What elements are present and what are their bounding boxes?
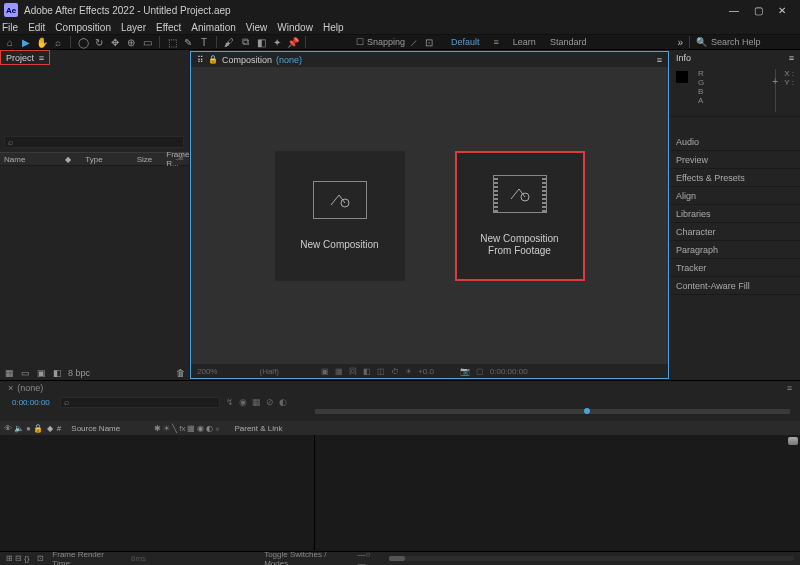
zoom-level[interactable]: 200% [197,367,217,376]
solo-column-icon[interactable]: ● [26,424,31,433]
lock-column-icon[interactable]: 🔒 [33,424,43,433]
new-composition-button[interactable]: New Composition [275,151,405,281]
timeline-track-area[interactable] [315,435,800,551]
menu-effect[interactable]: Effect [156,22,181,33]
region-icon[interactable]: ◫ [377,367,385,376]
exposure-icon[interactable]: ☀ [405,367,412,376]
workspace-standard[interactable]: Standard [550,37,587,47]
snap-opt2-icon[interactable]: ⊡ [423,36,435,48]
panel-menu-icon[interactable]: ≡ [789,53,794,63]
new-folder-icon[interactable]: ▭ [20,368,30,378]
panel-effects-presets[interactable]: Effects & Presets [670,169,800,187]
menu-view[interactable]: View [246,22,268,33]
menu-edit[interactable]: Edit [28,22,45,33]
timeline-close-icon[interactable]: × [8,383,13,393]
collapse-icon[interactable]: ☀ [163,424,170,433]
mask-tool-icon[interactable]: ⬚ [166,36,178,48]
timeline-search-input[interactable]: ⌕ [60,397,220,408]
eraser-tool-icon[interactable]: ◧ [255,36,267,48]
panel-align[interactable]: Align [670,187,800,205]
pan-behind-tool-icon[interactable]: ✥ [109,36,121,48]
close-button[interactable]: ✕ [776,5,788,16]
grid-icon[interactable]: ▦ [335,367,343,376]
layer-list-area[interactable] [0,435,315,551]
toggle-switches-modes[interactable]: Toggle Switches / Modes [264,550,349,566]
workspace-default[interactable]: Default [451,37,480,47]
quality-icon[interactable]: ╲ [172,424,177,433]
source-name-column[interactable]: Source Name [71,424,120,433]
panel-menu-icon[interactable]: ≡ [39,53,44,63]
hand-tool-icon[interactable]: ✋ [36,36,48,48]
timeline-navigator-icon[interactable] [788,437,798,445]
zoom-tool-icon[interactable]: ⌕ [52,36,64,48]
workspace-overflow-icon[interactable]: » [677,37,683,48]
work-area-bar[interactable] [315,409,790,414]
tl-opt1-icon[interactable]: ↯ [226,397,234,407]
tl-opt4-icon[interactable]: ⊘ [266,397,274,407]
resolution-label[interactable]: (Half) [259,367,279,376]
trash-icon[interactable]: 🗑 [175,368,185,378]
info-tab-label[interactable]: Info [676,53,691,63]
preview-opt-icon[interactable]: ▣ [321,367,329,376]
interpret-footage-icon[interactable]: ▦ [4,368,14,378]
puppet-tool-icon[interactable]: 📌 [287,36,299,48]
type-tool-icon[interactable]: T [198,36,210,48]
project-search-input[interactable]: ⌕ [4,136,184,148]
tl-opt5-icon[interactable]: ◐ [279,397,287,407]
timecode-display[interactable]: 0:00:00:00 [490,367,528,376]
guides-icon[interactable]: 回 [349,366,357,377]
tl-opt3-icon[interactable]: ▦ [252,397,261,407]
menu-file[interactable]: File [2,22,18,33]
project-tree-icon[interactable]: ⇲ [175,151,183,162]
adjustment-icon[interactable]: ◐ [206,424,213,433]
col-name[interactable]: Name [4,155,25,164]
snapping-checkbox[interactable]: ☐ [356,37,364,47]
toggle-switch1-icon[interactable]: ⊞ [6,554,13,563]
panel-character[interactable]: Character [670,223,800,241]
maximize-button[interactable]: ▢ [752,5,764,16]
selection-tool-icon[interactable]: ▶ [20,36,32,48]
new-comp-icon[interactable]: ▣ [36,368,46,378]
mask-view-icon[interactable]: ◧ [363,367,371,376]
brush-tool-icon[interactable]: 🖌 [223,36,235,48]
motion-blur-icon[interactable]: ◉ [197,424,204,433]
panel-menu-icon[interactable]: ≡ [657,55,662,65]
show-snapshot-icon[interactable]: ▢ [476,367,484,376]
clone-tool-icon[interactable]: ⧉ [239,36,251,48]
panel-tracker[interactable]: Tracker [670,259,800,277]
panel-paragraph[interactable]: Paragraph [670,241,800,259]
shape-tool-icon[interactable]: ▭ [141,36,153,48]
panel-content-aware-fill[interactable]: Content-Aware Fill [670,277,800,295]
menu-animation[interactable]: Animation [191,22,235,33]
adjust-icon[interactable]: ◧ [52,368,62,378]
home-icon[interactable]: ⌂ [4,36,16,48]
zoom-out-icon[interactable]: —○— [357,550,377,566]
snapshot-icon[interactable]: 📷 [460,367,470,376]
panel-menu-icon[interactable]: ≡ [787,383,792,393]
menu-layer[interactable]: Layer [121,22,146,33]
pen-tool-icon[interactable]: ✎ [182,36,194,48]
col-tag-icon[interactable]: ◆ [65,155,71,164]
3d-icon[interactable]: ⬦ [215,424,220,433]
timeline-scrollbar[interactable] [389,556,794,561]
shy-icon[interactable]: ✱ [154,424,161,433]
parent-link-column[interactable]: Parent & Link [234,424,282,433]
minimize-button[interactable]: — [728,5,740,16]
time-nav-icon[interactable]: ⏱ [391,367,399,376]
label-column-icon[interactable]: ◆ [47,424,53,433]
project-tab[interactable]: Project ≡ [0,50,50,65]
eye-column-icon[interactable]: 👁 [4,424,12,433]
index-column[interactable]: # [57,424,61,433]
bpc-label[interactable]: 8 bpc [68,368,90,378]
anchor-tool-icon[interactable]: ⊕ [125,36,137,48]
audio-column-icon[interactable]: 🔈 [14,424,24,433]
panel-grip-icon[interactable]: ⠿ [197,55,204,65]
tl-opt2-icon[interactable]: ◉ [239,397,247,407]
frame-blend-icon[interactable]: ▦ [187,424,195,433]
roto-tool-icon[interactable]: ✦ [271,36,283,48]
menu-composition[interactable]: Composition [55,22,111,33]
menu-window[interactable]: Window [277,22,313,33]
panel-audio[interactable]: Audio [670,133,800,151]
toggle-switch3-icon[interactable]: {} [24,554,29,563]
exposure-value[interactable]: +0.0 [418,367,434,376]
